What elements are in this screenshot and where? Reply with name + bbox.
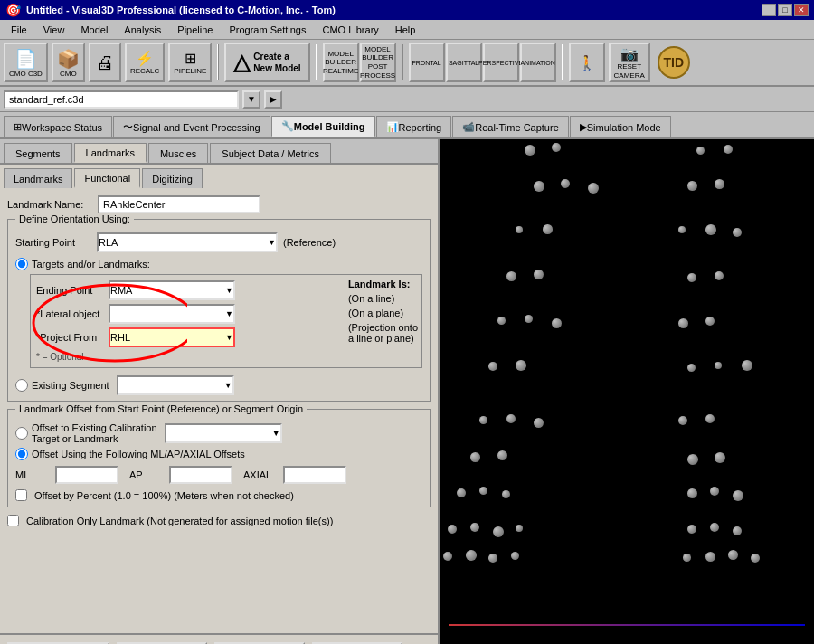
cmo-label: CMO [60,70,77,78]
model-realtime-button[interactable]: MODELBUILDERREALTIME [323,43,359,82]
tab-muscles[interactable]: Muscles [148,143,208,163]
close-button[interactable]: ✕ [794,4,809,16]
subtab-digitizing[interactable]: Digitizing [142,168,203,188]
dot-3d-37 [479,416,487,424]
dot-3d-59 [443,552,452,561]
axial-label: AXIAL [243,469,279,480]
pipeline-button[interactable]: ⊞ PIPELINE [168,43,212,82]
dot-3d-15 [588,183,599,194]
targets-box: Landmark Is: (On a line) (On a plane) (P… [30,274,422,368]
tab-signal-event[interactable]: 〜 Signal and Event Processing [113,116,270,137]
model-post-button[interactable]: MODELBUILDERPOSTPROCESS [360,43,396,82]
lateral-obj-select[interactable] [109,304,235,324]
menu-file[interactable]: File [4,23,34,37]
recalc-icon: ⚡ [136,50,154,67]
project-from-select[interactable]: RHL [109,327,235,347]
targets-radio[interactable] [15,258,28,270]
menu-program-settings[interactable]: Program Settings [222,23,313,37]
calibration-only-checkbox[interactable] [7,515,19,526]
tab-model-building[interactable]: 🔧 Model Building [271,116,375,137]
existing-segment-select-wrapper: ▼ [117,375,234,395]
dot-3d-50 [710,487,719,496]
view-buttons-group: FRONTAL SAGITTAL PERSPECTIVE ANIMATION [409,43,556,82]
create-new-model-button[interactable]: △ Create a New Model [224,43,309,82]
tab-landmarks[interactable]: Landmarks [74,143,147,163]
dot-3d-33 [516,360,526,371]
calibration-checkbox-row: Calibration Only Landmark (Not generated… [7,515,431,526]
tab-simulation-mode[interactable]: ▶ Simulation Mode [570,116,671,137]
file-action-button[interactable]: ▶ [264,90,282,109]
file-dropdown-button[interactable]: ▼ [242,90,260,109]
dot-3d-10 [552,143,561,152]
tid-button[interactable]: TID [658,46,690,79]
targets-radio-container: Targets and/or Landmarks: Landmark Is: (… [15,258,422,368]
viewport-ground-line [449,624,805,626]
menu-pipeline[interactable]: Pipeline [170,23,220,37]
menu-view[interactable]: View [36,23,72,37]
dot-3d-34 [687,364,696,372]
print-button[interactable]: 🖨 [89,43,121,82]
offset-values-radio[interactable] [15,448,28,460]
sagittal-view-button[interactable]: SAGITTAL [446,43,482,82]
file-bar: ▼ ▶ [0,87,814,112]
sub-tab-bar: Landmarks Functional Digitizing [0,165,438,188]
starting-point-select[interactable]: RLA [97,232,278,252]
recalc-button[interactable]: ⚡ RECALC [125,43,165,82]
subtab-functional[interactable]: Functional [74,168,140,188]
percent-checkbox[interactable] [15,489,27,501]
tab-reporting[interactable]: 📊 Reporting [376,116,452,137]
figure-button[interactable]: 🚶 [569,43,605,82]
perspective-view-button[interactable]: PERSPECTIVE [483,43,519,82]
dot-3d-9 [525,145,535,156]
dot-3d-30 [678,318,688,328]
reset-camera-label: RESETCAMERA [614,62,645,80]
reset-camera-button[interactable]: 📷 RESETCAMERA [609,43,650,82]
animation-view-button[interactable]: ANIMATION [520,43,556,82]
dot-3d-31 [705,317,715,326]
cmo-c3d-icon: 📄 [14,48,37,70]
dot-3d-14 [561,179,570,188]
starting-point-select-wrapper: RLA ▼ [97,232,278,252]
existing-segment-radio[interactable] [15,379,28,392]
offset-calibration-radio[interactable] [15,427,28,440]
subtab-landmarks[interactable]: Landmarks [4,168,72,188]
dot-3d-57 [710,523,719,532]
landmark-is-section: Landmark Is: (On a line) (On a plane) (P… [348,279,418,344]
dot-3d-58 [733,526,742,535]
ap-label: AP [129,469,166,480]
offset-calibration-select[interactable] [165,423,282,443]
percent-label: Offset by Percent (1.0 = 100%) (Meters w… [34,490,294,501]
dot-3d-55 [516,525,523,532]
project-from-label: *Project From [36,332,109,343]
tid-label: T [664,55,672,70]
ml-input[interactable] [55,466,118,484]
targets-radio-row: Targets and/or Landmarks: [15,258,422,270]
ap-input[interactable] [169,466,232,484]
menu-model[interactable]: Model [73,23,115,37]
tab-workspace-status[interactable]: ⊞ Workspace Status [4,116,112,137]
tab-segments[interactable]: Segments [4,143,72,163]
minimize-button[interactable]: _ [762,4,776,16]
frontal-view-button[interactable]: FRONTAL [409,43,445,82]
cmo-c3d-button[interactable]: 📄 CMO C3D [4,43,48,82]
existing-segment-select[interactable] [117,375,234,395]
toolbar-separator-4 [562,44,563,80]
maximize-button[interactable]: □ [778,4,792,16]
menu-cmo-library[interactable]: CMO Library [315,23,385,37]
main-tab-bar: ⊞ Workspace Status 〜 Signal and Event Pr… [0,112,814,139]
realtime-icon: 📹 [462,121,475,133]
dot-3d-18 [516,226,523,233]
ending-point-select[interactable]: RMA [109,280,235,300]
file-input[interactable] [4,90,239,109]
toolbar-separator-1 [217,44,219,80]
axial-input[interactable] [283,466,346,484]
cmo-button[interactable]: 📦 CMO [52,43,85,82]
menu-analysis[interactable]: Analysis [117,23,168,37]
menu-help[interactable]: Help [388,23,423,37]
define-orientation-label: Define Orientation Using: [15,213,134,224]
existing-segment-row: Existing Segment ▼ [15,375,422,395]
landmark-name-input[interactable] [98,195,260,213]
tab-realtime-capture[interactable]: 📹 Real-Time Capture [452,116,569,137]
tab-subject-data[interactable]: Subject Data / Metrics [210,143,331,163]
section-tab-bar: Segments Landmarks Muscles Subject Data … [0,139,438,165]
